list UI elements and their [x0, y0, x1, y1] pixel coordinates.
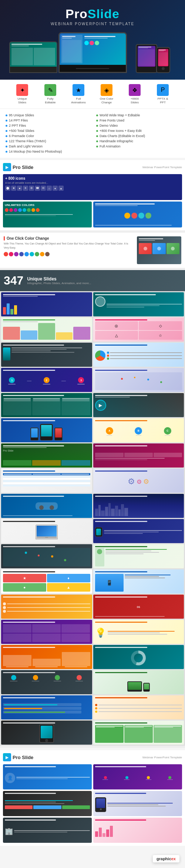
preview-logo-icon-1: ▶ — [3, 163, 11, 171]
feature-icon-pptx: P — [157, 84, 169, 96]
preview-logo-1: ▶ Pro Slide — [3, 163, 33, 171]
spec-r4: +800 Free Icons + Easy Edit — [96, 128, 179, 133]
feature-icon-animations: ★ — [73, 84, 84, 96]
header-subtitle: Webinar PowerPoint Template — [7, 22, 178, 26]
slide-thumb-3 — [1, 317, 92, 342]
specs-section: 95 Unique Slides 14 PPT Files 2 PPT File… — [0, 109, 185, 158]
feature-label-color: One ColorChange — [100, 97, 113, 104]
feature-pptx: P PPTX &PPT — [150, 84, 176, 104]
device-tablet — [136, 44, 157, 73]
oneclick-preview — [137, 236, 181, 264]
feature-unique: ✦ UniqueSlides — [9, 84, 35, 104]
slide-thumb-25 — [1, 595, 92, 619]
slide-thumb-15 — [1, 469, 92, 493]
spec-2: 14 PPT Files — [6, 118, 89, 123]
slide-thumb-28: 💡 — [93, 620, 184, 644]
slide-preview-f — [93, 818, 182, 843]
slide-thumb-32 — [93, 670, 184, 694]
slide-thumb-19 — [1, 519, 92, 543]
slide-thumb-6 — [93, 343, 184, 367]
spec-4: +500 Total Slides — [6, 128, 89, 133]
feature-color: ◈ One ColorChange — [94, 84, 120, 104]
spec-r2: Free Fonts Used — [96, 118, 179, 123]
preview-logo-icon-2: ▶ — [3, 753, 11, 761]
spec-6: 122 Theme Files (THMX) — [6, 139, 89, 144]
feature-editable: ✎ FullyEditable — [37, 84, 63, 104]
preview-logo-text-2: Pro Slide — [13, 755, 33, 760]
device-phone — [156, 47, 170, 73]
slide-thumb-35 — [1, 721, 92, 745]
slides-count-info: Unique Slides Infographic, Photo Slides,… — [27, 276, 91, 285]
specs-col-left: 95 Unique Slides 14 PPT Files 2 PPT File… — [6, 113, 89, 154]
slide-thumb-20 — [93, 519, 184, 543]
feature-icon-slides: ❖ — [129, 84, 141, 96]
slide-thumb-8 — [93, 368, 184, 392]
features-bar: ✦ UniqueSlides ✎ FullyEditable ★ FullAni… — [0, 80, 185, 109]
spec-1: 95 Unique Slides — [6, 113, 89, 118]
slide-thumb-23: ★ ♦ ● ▲ — [1, 569, 92, 593]
slides-preview-grid: ◎ ◇ △ ☆ — [0, 291, 185, 746]
slide-thumb-21 — [1, 544, 92, 568]
oneclick-content: One Click Color Change With This Theme, … — [4, 236, 134, 256]
preview-tagline-1: Webinar PowerPoint Template — [142, 166, 182, 169]
slide-thumb-17 — [1, 494, 92, 518]
slide-preview-e: 🏢 — [3, 818, 92, 843]
preview-logo-2: ▶ Pro Slide — [3, 753, 33, 761]
slide-thumb-1 — [1, 292, 92, 316]
spec-8: 14 Mockup (No Need to Photoshop) — [6, 149, 89, 154]
slide-thumb-4: ◎ ◇ △ ☆ — [93, 317, 184, 342]
feature-icon-editable: ✎ — [44, 84, 56, 96]
preview-header-1: ▶ Pro Slide Webinar PowerPoint Template — [3, 163, 182, 171]
feature-slides: ❖ +6600Slides — [122, 84, 148, 104]
slide-thumb-34 — [93, 695, 184, 719]
spec-7: Dark and Light Version — [6, 144, 89, 149]
oneclick-section: One Click Color Change With This Theme, … — [0, 233, 185, 268]
divider-bottom — [0, 746, 185, 748]
slide-preview-b — [93, 764, 182, 789]
slide-preview-a: 👤 — [3, 764, 92, 789]
slide-thumb-33 — [1, 695, 92, 719]
slide-thumb-13: Pro Slide — [1, 443, 92, 468]
oneclick-title: One Click Color Change — [4, 236, 134, 240]
slide-thumb-7: 1 2 3 — [1, 368, 92, 392]
slide-thumb-12: A B C — [93, 418, 184, 442]
oneclick-text: With This Theme, You Can Change All Obje… — [4, 242, 134, 250]
preview-logo-text-1: Pro Slide — [13, 164, 33, 170]
feature-label-animations: FullAnimations — [71, 97, 86, 104]
feature-animations: ★ FullAnimations — [65, 84, 91, 104]
device-mockups — [7, 30, 178, 73]
watermark-suffix: ex — [171, 857, 176, 861]
slides-grid-1: + 800 icons A ton of versatile icons are… — [3, 174, 182, 227]
slides-count-section: 347 Unique Slides Infographic, Photo Sli… — [0, 270, 185, 291]
logo-title-slide: Slide — [88, 7, 120, 21]
spec-r7: Full Animation — [96, 144, 179, 149]
header-section: ProSlide Webinar PowerPoint Template — [0, 0, 185, 80]
spec-r1: World Wide Map + Editable — [96, 113, 179, 118]
feature-label-pptx: PPTX &PPT — [158, 97, 168, 104]
slide-thumb-22 — [93, 544, 184, 568]
slide-thumb-5 — [1, 343, 92, 367]
preview-section-1: ▶ Pro Slide Webinar PowerPoint Template … — [0, 160, 185, 230]
slide-thumb-30 — [93, 645, 184, 669]
slide-team — [93, 202, 182, 227]
feature-icon-color: ◈ — [101, 84, 112, 96]
preview-tagline-2: Webinar PowerPoint Template — [142, 756, 182, 759]
slide-thumb-26: 06 — [93, 595, 184, 619]
spec-3: 2 PPT Files — [6, 123, 89, 128]
slide-thumb-24: 📱 — [93, 569, 184, 593]
slides-grid-2: 👤 — [3, 764, 182, 843]
slides-count-number: 347 — [4, 274, 23, 287]
device-laptop — [9, 41, 57, 73]
preview-header-2: ▶ Pro Slide Webinar PowerPoint Template — [3, 753, 182, 761]
slide-thumb-11 — [1, 418, 92, 442]
feature-label-slides: +6600Slides — [131, 97, 139, 104]
slide-thumb-14 — [93, 443, 184, 468]
slide-icons-wide: + 800 icons A ton of versatile icons are… — [3, 174, 182, 200]
feature-label-editable: FullyEditable — [45, 97, 56, 104]
slide-thumb-31 — [1, 670, 92, 694]
slide-thumb-29 — [1, 645, 92, 669]
spec-r5: Data Charts (Editable in Excel) — [96, 133, 179, 139]
slide-thumb-9 — [1, 393, 92, 417]
slide-thumb-16: ⚙ ⚙ ⚙ — [93, 469, 184, 493]
feature-icon-unique: ✦ — [16, 84, 28, 96]
